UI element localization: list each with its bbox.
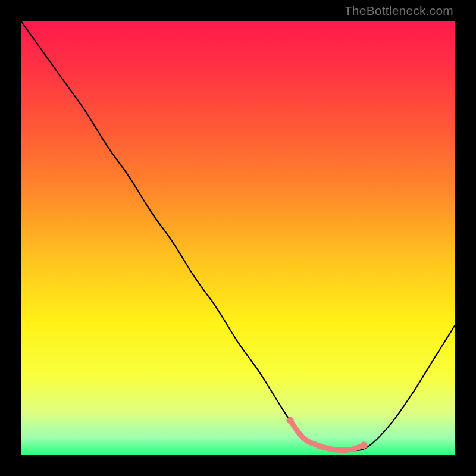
optimal-range-highlight: [290, 421, 364, 450]
optimal-range-end-dot: [361, 441, 368, 449]
curve-layer: [21, 21, 455, 455]
optimal-range-start-dot: [287, 417, 294, 424]
plot-area: [21, 21, 455, 455]
watermark-text: TheBottleneck.com: [345, 4, 453, 18]
chart-frame: TheBottleneck.com: [0, 0, 476, 476]
bottleneck-curve: [21, 21, 455, 452]
